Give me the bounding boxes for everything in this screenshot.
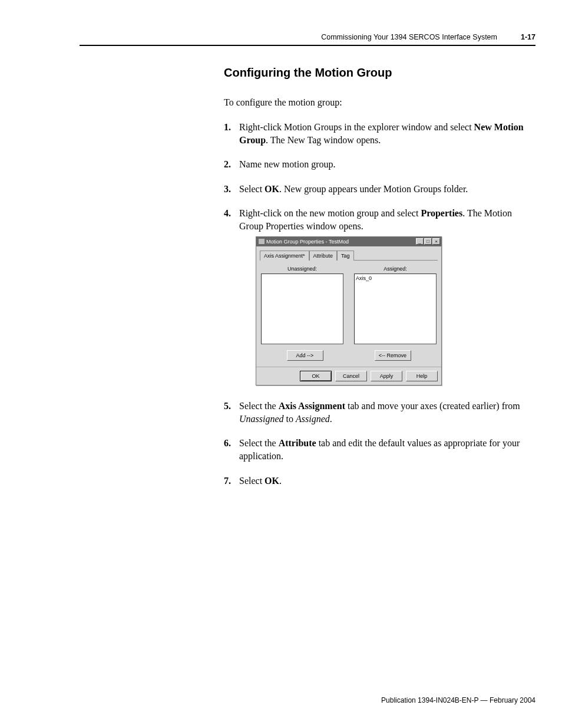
section-heading: Configuring the Motion Group (224, 66, 535, 80)
ok-button[interactable]: OK (300, 371, 332, 381)
assigned-label: Assigned: (354, 265, 437, 272)
step-text: . (330, 414, 332, 424)
italic-text: Unassigned (239, 414, 284, 424)
step-text: tab and move your axes (created earlier)… (345, 401, 520, 411)
bold-text: OK (265, 184, 279, 194)
apply-button[interactable]: Apply (371, 371, 402, 381)
list-item[interactable]: Axis_0 (356, 275, 435, 282)
step-5: Select the Axis Assignment tab and move … (224, 400, 535, 425)
unassigned-label: Unassigned: (261, 265, 343, 272)
header-title: Commissioning Your 1394 SERCOS Interface… (321, 33, 497, 41)
step-text: to (284, 414, 296, 424)
tab-tag[interactable]: Tag (337, 251, 354, 261)
step-1: Right-click Motion Groups in the explore… (224, 121, 535, 146)
step-text: . (279, 476, 282, 486)
unassigned-listbox[interactable] (261, 274, 343, 344)
publication-footer: Publication 1394-IN024B-EN-P — February … (381, 696, 535, 704)
bold-text: Axis Assignment (279, 401, 345, 411)
app-icon (259, 239, 265, 244)
page-number: 1-17 (521, 33, 535, 41)
step-text: Name new motion group. (239, 159, 336, 169)
step-text: . New group appears under Motion Groups … (279, 184, 468, 194)
step-3: Select OK. New group appears under Motio… (224, 183, 535, 196)
dialog-title: Motion Group Properties - TestMod (266, 238, 349, 245)
close-button[interactable]: × (432, 238, 440, 245)
step-2: Name new motion group. (224, 158, 535, 171)
motion-group-dialog: Motion Group Properties - TestMod _ □ × … (256, 236, 442, 386)
assigned-listbox[interactable]: Axis_0 (354, 274, 437, 344)
step-7: Select OK. (224, 475, 535, 487)
bold-text: OK (265, 476, 279, 486)
remove-button[interactable]: <-- Remove (375, 350, 411, 361)
bold-text: Properties (421, 208, 462, 218)
step-text: Right-click Motion Groups in the explore… (239, 122, 474, 132)
cancel-button[interactable]: Cancel (335, 371, 367, 381)
dialog-titlebar[interactable]: Motion Group Properties - TestMod _ □ × (256, 237, 441, 246)
step-text: Select the (239, 401, 279, 411)
italic-text: Assigned (296, 414, 330, 424)
maximize-button[interactable]: □ (424, 238, 432, 245)
step-6: Select the Attribute tab and edit the de… (224, 437, 535, 462)
tab-axis-assignment[interactable]: Axis Assignment* (260, 251, 309, 261)
step-text: Select (239, 476, 265, 486)
step-text: Select the (239, 438, 279, 448)
tab-attribute[interactable]: Attribute (309, 251, 338, 261)
minimize-button[interactable]: _ (416, 238, 424, 245)
lead-text: To configure the motion group: (224, 97, 535, 108)
step-text: Right-click on the new motion group and … (239, 208, 421, 218)
step-4: Right-click on the new motion group and … (224, 207, 535, 386)
bold-text: Attribute (279, 438, 316, 448)
add-button[interactable]: Add --> (287, 350, 323, 361)
step-text: Select (239, 184, 265, 194)
help-button[interactable]: Help (406, 371, 438, 381)
header-rule (80, 45, 535, 46)
step-text: . The New Tag window opens. (266, 135, 381, 145)
